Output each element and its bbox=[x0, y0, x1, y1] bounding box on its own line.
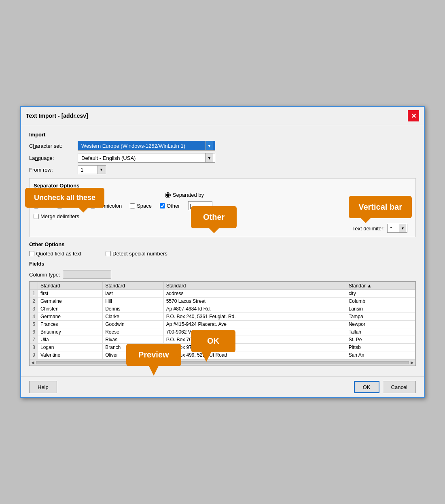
col2-header: Standard bbox=[103, 282, 163, 290]
detect-special-checkbox[interactable] bbox=[106, 251, 111, 256]
cell-col4: city bbox=[346, 290, 415, 298]
text-delimiter-select[interactable]: " ▼ bbox=[387, 224, 407, 233]
horizontal-scrollbar[interactable]: ◀ ▶ bbox=[30, 359, 415, 366]
row-num: 8 bbox=[30, 344, 38, 351]
right-buttons: OK Cancel bbox=[354, 381, 416, 393]
cell-col4: Pittsb bbox=[346, 344, 415, 351]
cell-col4: Tallah bbox=[346, 328, 415, 336]
table-row: 9 Valentine Oliver P.O. Box 499, 5224 Ut… bbox=[30, 351, 415, 359]
cell-col3: 5570 Lacus Street bbox=[163, 298, 346, 305]
fields-title: Fields bbox=[29, 261, 416, 267]
help-button[interactable]: Help bbox=[29, 381, 57, 393]
detect-special-option: Detect special numbers bbox=[106, 251, 167, 257]
other-label: Other bbox=[167, 203, 180, 209]
charset-arrow[interactable]: ▼ bbox=[205, 141, 213, 150]
row-num: 9 bbox=[30, 351, 38, 359]
cell-col3: Ap #807-4684 Id Rd. bbox=[163, 305, 346, 313]
separated-by-label: Separated by bbox=[173, 192, 204, 198]
space-option: Space bbox=[130, 203, 152, 209]
cell-col2: Dennis bbox=[103, 305, 163, 313]
from-row-arrow[interactable]: ▼ bbox=[97, 166, 105, 174]
other-checkbox[interactable] bbox=[160, 203, 165, 208]
cell-col1: Germaine bbox=[38, 298, 103, 305]
row-num: 1 bbox=[30, 290, 38, 298]
charset-row: Character set: Western Europe (Windows-1… bbox=[29, 141, 416, 151]
cell-col4: San An bbox=[346, 351, 415, 359]
col1-header: Standard bbox=[38, 282, 103, 290]
import-title: Import bbox=[29, 132, 416, 138]
table-row: 2 Germaine Hill 5570 Lacus Street Columb bbox=[30, 298, 415, 305]
import-section: Import Character set: Western Europe (Wi… bbox=[29, 132, 416, 174]
cell-col1: Logan bbox=[38, 344, 103, 351]
language-label: Language: bbox=[29, 155, 78, 161]
cell-col1: Ulla bbox=[38, 336, 103, 344]
cell-col1: Germane bbox=[38, 313, 103, 321]
col-num-header bbox=[30, 282, 38, 290]
table-row: 5 Frances Goodwin Ap #415-9424 Placerat.… bbox=[30, 321, 415, 328]
separated-by-radio[interactable] bbox=[165, 192, 171, 198]
col3-header: Standard bbox=[163, 282, 346, 290]
cell-col1: Britanney bbox=[38, 328, 103, 336]
cell-col3: address bbox=[163, 290, 346, 298]
cell-col1: Valentine bbox=[38, 351, 103, 359]
other-option: Other bbox=[160, 203, 180, 209]
preview-table-container: Standard Standard Standard Standar ▲ 1 f… bbox=[29, 281, 416, 366]
cell-col4: St. Pe bbox=[346, 336, 415, 344]
cell-col2: Goodwin bbox=[103, 321, 163, 328]
column-type-row: Column type: bbox=[29, 270, 416, 279]
quoted-field-checkbox[interactable] bbox=[29, 251, 34, 256]
cell-col1: Christen bbox=[38, 305, 103, 313]
callout-other1: Other bbox=[191, 206, 237, 228]
callout-ok: OK bbox=[191, 330, 235, 352]
cancel-button[interactable]: Cancel bbox=[383, 381, 416, 393]
close-button[interactable]: ✕ bbox=[408, 110, 419, 121]
other-options-section: Other Options Quoted field as text Detec… bbox=[29, 241, 416, 257]
cell-col4: Columb bbox=[346, 298, 415, 305]
row-num: 5 bbox=[30, 321, 38, 328]
scroll-track[interactable] bbox=[36, 361, 409, 364]
detect-special-label: Detect special numbers bbox=[112, 251, 167, 257]
ok-button[interactable]: OK bbox=[354, 381, 379, 393]
table-row: 1 first last address city bbox=[30, 290, 415, 298]
cell-col4: Tampa bbox=[346, 313, 415, 321]
merge-label: Merge delimiters bbox=[40, 213, 79, 219]
from-row-select[interactable]: 1 ▼ bbox=[78, 165, 106, 174]
merge-checkbox[interactable] bbox=[34, 214, 39, 219]
space-label: Space bbox=[137, 203, 152, 209]
callout-uncheck: Uncheck all these bbox=[25, 188, 104, 208]
language-arrow[interactable]: ▼ bbox=[205, 153, 213, 162]
dialog-body: Uncheck all these Other Vertical bar Imp… bbox=[21, 125, 424, 376]
scroll-left-arrow[interactable]: ◀ bbox=[31, 360, 34, 365]
title-bar: Text Import - [addr.csv] ✕ bbox=[21, 107, 424, 125]
space-checkbox[interactable] bbox=[130, 203, 135, 208]
quoted-field-label: Quoted field as text bbox=[36, 251, 81, 257]
charset-label: Character set: bbox=[29, 143, 78, 149]
cell-col1: Frances bbox=[38, 321, 103, 328]
cell-col3: Ap #415-9424 Placerat. Ave bbox=[163, 321, 346, 328]
row-num: 3 bbox=[30, 305, 38, 313]
cell-col2: Reese bbox=[103, 328, 163, 336]
from-row-label: From row: bbox=[29, 167, 78, 173]
column-type-label: Column type: bbox=[29, 272, 60, 278]
quoted-field-option: Quoted field as text bbox=[29, 251, 81, 257]
scroll-right-arrow[interactable]: ▶ bbox=[411, 360, 414, 365]
separated-by-option: Separated by bbox=[165, 192, 204, 198]
column-type-input[interactable] bbox=[63, 270, 111, 279]
cell-col2: last bbox=[103, 290, 163, 298]
table-row: 4 Germane Clarke P.O. Box 240, 5361 Feug… bbox=[30, 313, 415, 321]
cell-col2: Clarke bbox=[103, 313, 163, 321]
cell-col4: Newpor bbox=[346, 321, 415, 328]
language-select[interactable]: Default - English (USA) ▼ bbox=[78, 153, 215, 163]
other-options-row: Quoted field as text Detect special numb… bbox=[29, 251, 416, 257]
row-num: 7 bbox=[30, 336, 38, 344]
other-options-title: Other Options bbox=[29, 241, 416, 247]
cell-col3: P.O. Box 499, 5224 Ut Road bbox=[163, 351, 346, 359]
cell-col1: first bbox=[38, 290, 103, 298]
merge-row: Merge delimiters bbox=[34, 213, 212, 219]
cell-col4: Lansin bbox=[346, 305, 415, 313]
charset-select[interactable]: Western Europe (Windows-1252/WinLatin 1)… bbox=[78, 141, 215, 151]
merge-option: Merge delimiters bbox=[34, 213, 79, 219]
table-row: 3 Christen Dennis Ap #807-4684 Id Rd. La… bbox=[30, 305, 415, 313]
text-delim-arrow[interactable]: ▼ bbox=[399, 224, 406, 232]
cell-col3: P.O. Box 240, 5361 Feugiat. Rd. bbox=[163, 313, 346, 321]
